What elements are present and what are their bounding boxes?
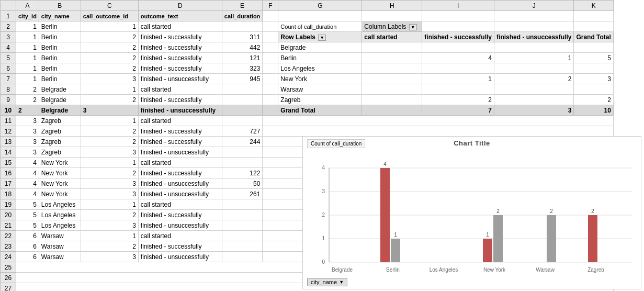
cell-15A[interactable]: 4 <box>16 158 39 168</box>
cell-8B[interactable]: Belgrade <box>39 84 81 95</box>
cell-20A[interactable]: 5 <box>16 210 39 220</box>
cell-3K[interactable]: Grand Total <box>574 32 613 42</box>
cell-8K[interactable] <box>574 84 613 95</box>
cell-9I[interactable]: 2 <box>422 95 494 105</box>
cell-4K[interactable] <box>574 42 613 53</box>
col-header-F[interactable]: F <box>263 1 278 11</box>
city-name-filter-button[interactable]: city_name ▼ <box>307 278 347 286</box>
cell-18D[interactable]: finished - unsuccessfully <box>138 189 222 199</box>
cell-1B[interactable]: city_name <box>39 11 81 21</box>
cell-8E[interactable] <box>222 84 262 95</box>
cell-17D[interactable]: finished - unsuccessfully <box>138 178 222 189</box>
cell-12B[interactable]: Zagreb <box>39 126 81 137</box>
cell-14E[interactable] <box>222 147 262 158</box>
cell-5I[interactable]: 4 <box>422 53 494 63</box>
cell-6I[interactable] <box>422 63 494 74</box>
cell-21C[interactable]: 3 <box>81 220 138 231</box>
cell-23A[interactable]: 6 <box>16 241 39 252</box>
cell-10D[interactable]: finished - unsuccessfully <box>138 105 222 116</box>
cell-5K[interactable]: 5 <box>574 53 613 63</box>
cell-3G[interactable]: Row Labels ▼ <box>278 32 362 42</box>
cell-13E[interactable]: 244 <box>222 137 262 147</box>
cell-10E[interactable] <box>222 105 262 116</box>
cell-2H[interactable]: Column Labels ▼ <box>362 21 422 32</box>
col-header-J[interactable]: J <box>494 1 574 11</box>
cell-8J[interactable] <box>494 84 574 95</box>
col-header-I[interactable]: I <box>422 1 494 11</box>
cell-23E[interactable] <box>222 241 262 252</box>
cell-2D[interactable]: call started <box>138 21 222 32</box>
cell-13B[interactable]: Zagreb <box>39 137 81 147</box>
cell-21A[interactable]: 5 <box>16 220 39 231</box>
cell-23C[interactable]: 2 <box>81 241 138 252</box>
cell-1A[interactable]: city_id <box>16 11 39 21</box>
cell-7C[interactable]: 3 <box>81 74 138 84</box>
cell-23B[interactable]: Warsaw <box>39 241 81 252</box>
cell-9G[interactable]: Zagreb <box>278 95 362 105</box>
cell-9E[interactable] <box>222 95 262 105</box>
cell-1E[interactable]: call_duration <box>222 11 262 21</box>
cell-21D[interactable]: finished - unsuccessfully <box>138 220 222 231</box>
cell-22A[interactable]: 6 <box>16 231 39 241</box>
cell-13D[interactable]: finished - successfully <box>138 137 222 147</box>
cell-7A[interactable]: 1 <box>16 74 39 84</box>
cell-16D[interactable]: finished - successfully <box>138 168 222 178</box>
cell-16A[interactable]: 4 <box>16 168 39 178</box>
cell-4D[interactable]: finished - successfully <box>138 42 222 53</box>
cell-11D[interactable]: call started <box>138 116 222 126</box>
cell-13A[interactable]: 3 <box>16 137 39 147</box>
cell-16C[interactable]: 2 <box>81 168 138 178</box>
cell-6H[interactable] <box>362 63 422 74</box>
cell-20C[interactable]: 2 <box>81 210 138 220</box>
cell-24D[interactable]: finished - unsuccessfully <box>138 252 222 262</box>
col-header-D[interactable]: D <box>138 1 222 11</box>
cell-17B[interactable]: New York <box>39 178 81 189</box>
cell-2G[interactable]: Count of call_duration <box>278 21 362 32</box>
cell-10A[interactable]: 2 <box>16 105 39 116</box>
cell-11A[interactable]: 3 <box>16 116 39 126</box>
column-labels-dropdown[interactable]: ▼ <box>409 24 417 30</box>
cell-20B[interactable]: Los Angeles <box>39 210 81 220</box>
cell-22D[interactable]: call started <box>138 231 222 241</box>
cell-7B[interactable]: Berlin <box>39 74 81 84</box>
cell-3J[interactable]: finished - unsuccessfully <box>494 32 574 42</box>
cell-18B[interactable]: New York <box>39 189 81 199</box>
cell-17A[interactable]: 4 <box>16 178 39 189</box>
cell-12E[interactable]: 727 <box>222 126 262 137</box>
cell-6J[interactable] <box>494 63 574 74</box>
col-header-K[interactable]: K <box>574 1 613 11</box>
cell-5E[interactable]: 121 <box>222 53 262 63</box>
cell-1D[interactable]: outcome_text <box>138 11 222 21</box>
cell-2E[interactable] <box>222 21 262 32</box>
cell-2C[interactable]: 1 <box>81 21 138 32</box>
cell-17C[interactable]: 3 <box>81 178 138 189</box>
cell-21B[interactable]: Los Angeles <box>39 220 81 231</box>
cell-9B[interactable]: Belgrade <box>39 95 81 105</box>
cell-8D[interactable]: call started <box>138 84 222 95</box>
cell-19D[interactable]: call started <box>138 199 222 210</box>
cell-7H[interactable] <box>362 74 422 84</box>
cell-15D[interactable]: call started <box>138 158 222 168</box>
cell-3C[interactable]: 2 <box>81 32 138 42</box>
cell-5J[interactable]: 1 <box>494 53 574 63</box>
cell-6E[interactable]: 323 <box>222 63 262 74</box>
cell-5D[interactable]: finished - successfully <box>138 53 222 63</box>
cell-14A[interactable]: 3 <box>16 147 39 158</box>
cell-4I[interactable] <box>422 42 494 53</box>
cell-19C[interactable]: 1 <box>81 199 138 210</box>
col-header-E[interactable]: E <box>222 1 262 11</box>
cell-5C[interactable]: 2 <box>81 53 138 63</box>
cell-18E[interactable]: 261 <box>222 189 262 199</box>
cell-8A[interactable]: 2 <box>16 84 39 95</box>
cell-9J[interactable] <box>494 95 574 105</box>
cell-1C[interactable]: call_outcome_id <box>81 11 138 21</box>
cell-5A[interactable]: 1 <box>16 53 39 63</box>
cell-5G[interactable]: Berlin <box>278 53 362 63</box>
cell-6K[interactable] <box>574 63 613 74</box>
cell-12A[interactable]: 3 <box>16 126 39 137</box>
cell-6C[interactable]: 2 <box>81 63 138 74</box>
cell-6D[interactable]: finished - successfully <box>138 63 222 74</box>
cell-14C[interactable]: 3 <box>81 147 138 158</box>
cell-10C[interactable]: 3 <box>81 105 138 116</box>
cell-7D[interactable]: finished - unsuccessfully <box>138 74 222 84</box>
